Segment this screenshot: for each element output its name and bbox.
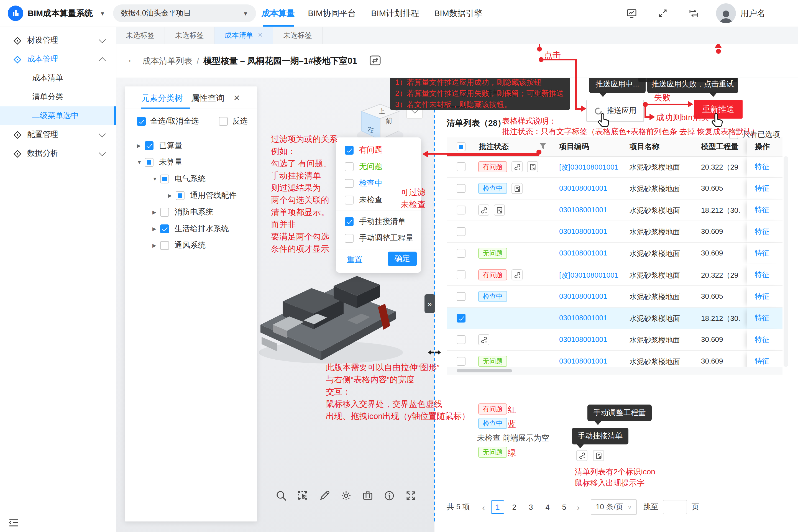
tree-node-7[interactable]: ▶通风系统 [137,237,253,254]
caret-down-icon[interactable]: ▼ [152,176,160,182]
tree-tab-2[interactable]: 属性查询 [191,93,225,103]
row-action-link[interactable]: 特征 [755,227,769,236]
gear-icon[interactable] [340,490,352,501]
filter-extra-option-1[interactable]: 手动挂接清单 [336,213,421,230]
tree-node-checkbox[interactable] [160,225,169,233]
user-avatar[interactable] [716,3,736,23]
tree-node-checkbox[interactable] [176,191,185,200]
sidebar-item-5[interactable]: 二级菜单选中 [0,107,116,125]
jump-page-input[interactable] [663,500,687,514]
table-row[interactable]: 有问题[改]030108001001水泥砂浆楼地面20.322（29特征 [446,264,782,286]
row-code-link[interactable]: 030108001001 [559,227,607,235]
page-number-3[interactable]: 3 [524,500,537,514]
table-row[interactable]: 030108001001水泥砂浆楼地面30.609特征 [446,221,782,243]
row-action-link[interactable]: 特征 [755,313,769,323]
filter-option-2[interactable]: 无问题 [336,158,421,175]
page-size-select[interactable]: 10 条/页 ∨ [591,499,637,515]
expand-icon[interactable] [405,490,417,501]
row-action-link[interactable]: 特征 [755,162,769,172]
caret-right-icon[interactable]: ▶ [152,226,160,232]
search-icon[interactable] [276,490,287,501]
filter-option-checkbox[interactable] [345,179,354,188]
caret-down-icon[interactable]: ▼ [137,159,145,165]
row-code-link[interactable]: 030108001001 [559,206,607,214]
app-switcher-caret-icon[interactable]: ▼ [100,11,105,17]
pushing-app-button[interactable]: 推送应用 [586,100,644,122]
row-action-link[interactable]: 特征 [755,184,769,193]
sidebar-item-6[interactable]: 配置管理 [0,125,116,144]
filter-option-checkbox[interactable] [345,217,354,226]
row-checkbox[interactable] [457,184,466,193]
filter-extra-option-2[interactable]: 手动调整工程量 [336,230,421,247]
table-row[interactable]: 检查中030108001001水泥砂浆楼地面30.605特征 [446,286,782,307]
box-icon[interactable] [362,490,374,501]
filter-funnel-icon[interactable] [539,142,546,150]
close-icon[interactable]: ✕ [233,93,240,103]
row-checkbox[interactable] [457,270,466,279]
tree-node-1[interactable]: ▶已算量 [137,137,253,154]
username-label[interactable]: 用户名 [740,8,765,19]
collapse-sidebar-icon[interactable] [8,518,20,528]
caret-right-icon[interactable]: ▶ [152,209,160,215]
table-row[interactable]: 无问题030108001001水泥砂浆楼地面30.609特征 [446,243,782,264]
row-code-link[interactable]: 030108001001 [559,335,607,344]
caret-right-icon[interactable]: ▶ [152,243,160,248]
tab-4[interactable]: 未选标签 [273,26,323,44]
prev-page-icon[interactable]: ‹ [482,502,485,512]
row-checkbox[interactable] [457,292,466,301]
vertical-scrollbar[interactable] [784,156,788,367]
next-page-icon[interactable]: › [577,502,580,512]
row-code-link[interactable]: 030108001001 [559,249,607,257]
row-checkbox[interactable] [457,335,466,344]
caret-right-icon[interactable]: ▶ [137,143,145,149]
row-action-link[interactable]: 特征 [755,205,769,215]
monitor-chart-icon[interactable] [626,8,637,19]
nav-item-1[interactable]: 成本算量 [256,0,300,26]
tab-2[interactable]: 未选标签 [165,26,214,44]
tree-node-2[interactable]: ▼未算量 [137,154,253,171]
row-checkbox[interactable] [457,249,466,258]
info-icon[interactable] [383,490,395,501]
filter-option-checkbox[interactable] [345,196,354,205]
row-checkbox[interactable] [457,206,466,214]
caret-right-icon[interactable]: ▶ [168,193,176,198]
collapse-panel-button[interactable]: » [424,294,435,313]
page-number-1[interactable]: 1 [491,500,504,514]
tree-node-5[interactable]: ▶消防电系统 [137,204,253,221]
select-all-checkbox[interactable] [457,142,466,151]
row-code-link[interactable]: 030108001001 [559,314,607,322]
row-action-link[interactable]: 特征 [755,335,769,345]
page-number-2[interactable]: 2 [508,500,521,514]
filter-option-checkbox[interactable] [345,234,354,243]
pencil-icon[interactable] [319,490,330,501]
switch-model-icon[interactable] [368,54,382,67]
filter-option-1[interactable]: 有问题 [336,142,421,158]
filter-option-checkbox[interactable] [345,163,354,171]
sidebar-item-3[interactable]: 成本清单 [0,69,116,88]
invert-checkbox[interactable] [219,117,228,126]
table-row[interactable]: 030108001001水泥砂浆楼地面30.609特征 [446,329,782,351]
nav-item-4[interactable]: BIM数据引擎 [429,0,488,26]
resize-arrows-icon[interactable] [657,8,668,19]
row-code-link[interactable]: [改]030108001001 [559,163,619,172]
row-action-link[interactable]: 特征 [755,270,769,280]
tree-node-3[interactable]: ▼电气系统 [137,171,253,187]
row-action-link[interactable]: 特征 [755,356,769,366]
back-arrow-icon[interactable]: ← [127,54,137,65]
sidebar-item-7[interactable]: 数据分析 [0,144,116,163]
tab-3[interactable]: 成本清单✕ [214,26,273,44]
tree-node-6[interactable]: ▶生活给排水系统 [137,221,253,237]
breadcrumb-parent[interactable]: 成本清单列表 [142,56,192,66]
close-tab-icon[interactable]: ✕ [258,32,263,39]
filter-confirm-button[interactable]: 确定 [388,252,417,266]
sync-swap-icon[interactable] [688,8,699,19]
tree-node-checkbox[interactable] [160,174,169,184]
row-checkbox[interactable] [457,314,466,323]
project-selector[interactable]: 数据4.0汕头金平项目 ▼ [113,4,256,22]
table-row[interactable]: 030108001001水泥砂浆楼地面18.212（30.特征 [446,200,782,221]
row-code-link[interactable]: [改]030108001001 [559,270,619,280]
page-number-4[interactable]: 4 [541,500,554,514]
horizontal-scrollbar[interactable] [446,367,782,375]
select-all-checkbox[interactable] [137,117,146,126]
tree-node-checkbox[interactable] [145,158,153,167]
